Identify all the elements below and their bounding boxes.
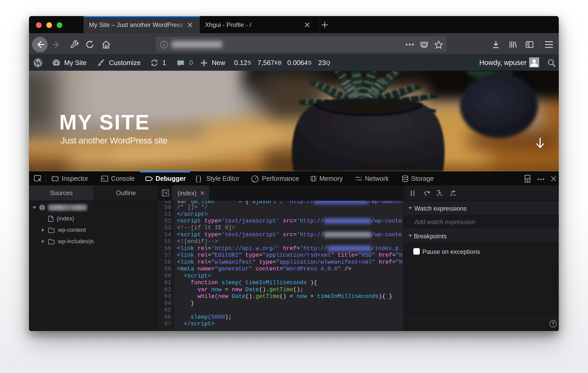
svg-text:W: W — [34, 59, 41, 67]
svg-text:?: ? — [552, 321, 555, 326]
